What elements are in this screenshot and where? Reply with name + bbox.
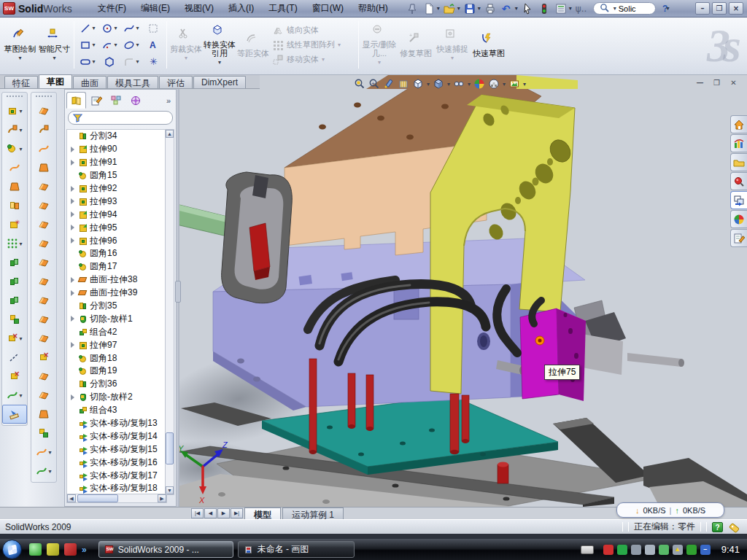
tree-item[interactable]: 拉伸92 — [69, 182, 166, 195]
boundary-surface-button[interactable] — [31, 177, 56, 196]
tree-item[interactable]: 分割36 — [69, 378, 166, 391]
tree-item[interactable]: 圆角18 — [69, 351, 166, 365]
trim-surface-button[interactable] — [31, 291, 56, 310]
fm-tab-dimxpertmanager[interactable] — [125, 92, 145, 109]
scroll-thumb[interactable] — [166, 432, 174, 464]
ribbon-point-button[interactable]: ✳ — [142, 55, 164, 69]
ribbon-快速草图-button[interactable]: 快速草图 — [471, 20, 507, 70]
ribbon-ellipse-button[interactable]: ▾ — [120, 39, 142, 52]
scroll-left-arrow[interactable]: ◀ — [67, 494, 76, 502]
toolbar-grip[interactable] — [7, 96, 23, 99]
tree-vertical-scrollbar[interactable]: ▲ ▼ — [165, 129, 174, 495]
tab-特征[interactable]: 特征 — [4, 76, 38, 88]
extruded-surface-button[interactable] — [31, 101, 56, 120]
fillet-button[interactable]: ▾ — [2, 139, 27, 158]
delete-face-button[interactable]: × — [31, 348, 56, 367]
hole-wizard-button[interactable]: ✳ — [2, 215, 27, 234]
ribbon-sketch-fillet-button[interactable]: ▾ — [120, 55, 142, 69]
rib-button[interactable] — [2, 253, 27, 272]
tree-item[interactable]: 分割35 — [69, 300, 166, 313]
extend-surface-button[interactable] — [31, 310, 56, 329]
taskpane-file-explorer-button[interactable] — [730, 153, 747, 171]
zoom-fit-button[interactable] — [353, 77, 366, 90]
offset-surface-button[interactable] — [31, 234, 56, 253]
ribbon-slot-button[interactable]: ▾ — [77, 55, 98, 69]
print-button[interactable] — [483, 1, 498, 15]
tree-item[interactable]: 拉伸96 — [69, 234, 166, 247]
menu-窗口(W)[interactable]: 窗口(W) — [306, 0, 350, 17]
menu-工具(T)[interactable]: 工具(T) — [262, 0, 303, 17]
taskbar-clock[interactable]: 9:41 — [721, 544, 747, 555]
expand-arrow-icon[interactable] — [70, 160, 76, 166]
extruded-boss-button[interactable]: ▾ — [2, 101, 27, 120]
expand-arrow-icon[interactable] — [70, 277, 76, 283]
taskpane-custom-properties-button[interactable] — [730, 229, 747, 247]
zoom-area-button[interactable]: + — [368, 77, 381, 90]
tree-item[interactable]: 圆角15 — [69, 169, 166, 182]
tree-filter-box[interactable] — [68, 111, 173, 125]
input-indicator-button[interactable]: ψ.. — [574, 1, 589, 15]
doc-tab-模型[interactable]: 模型 — [244, 508, 281, 519]
menu-插入(I)[interactable]: 插入(I) — [222, 0, 260, 17]
ribbon-sketch-text-button[interactable]: A — [142, 39, 164, 52]
start-button[interactable] — [2, 540, 22, 559]
tray-network-warning-icon[interactable]: ▲ — [673, 545, 683, 555]
tray-shield-green-icon[interactable] — [617, 545, 627, 555]
expand-arrow-icon[interactable] — [70, 290, 76, 296]
taskpane-home-button[interactable] — [730, 115, 747, 133]
doc-minimize-button[interactable]: — — [693, 78, 707, 89]
mirror-feature-button[interactable] — [2, 291, 27, 310]
taskbutton-SolidWorks 2009 - ...[interactable]: SWSolidWorks 2009 - ... — [98, 541, 233, 558]
replace-face-button[interactable] — [31, 367, 56, 386]
ribbon-rectangle-button[interactable]: ▾ — [77, 39, 98, 52]
ribbon-selection-box-button[interactable] — [142, 22, 164, 35]
ribbon-镜向实体-button[interactable]: 镜向实体 — [270, 24, 356, 37]
clamp-insert[interactable] — [222, 172, 293, 303]
tree-item[interactable]: 拉伸94 — [69, 208, 166, 221]
help-button[interactable]: ?▾ — [659, 1, 673, 15]
network-speed-widget[interactable]: ↓ 0KB/S | ↑ 0KB/S — [616, 502, 724, 518]
ribbon-快速捕捉-button[interactable]: 快速捕捉▾ — [434, 20, 471, 70]
taskpane-design-library-button[interactable] — [730, 134, 747, 152]
move-surface-button[interactable] — [31, 424, 56, 443]
menu-文件(F)[interactable]: 文件(F) — [91, 0, 133, 17]
pin-button[interactable] — [405, 1, 419, 15]
ribbon-线性草图阵列-button[interactable]: 线性草图阵列▾ — [270, 39, 356, 52]
tree-item[interactable]: 实体-移动/复制13 — [69, 417, 166, 430]
fm-overflow-button[interactable]: » — [163, 96, 174, 105]
doc-restore-button[interactable]: ❐ — [710, 78, 724, 89]
revolved-boss-button[interactable]: ▾ — [2, 120, 27, 139]
taskpane-appearances-button[interactable] — [730, 210, 747, 228]
taskbutton-未命名 - 画图[interactable]: 未命名 - 画图 — [238, 541, 355, 558]
tray-update-gray-icon[interactable] — [631, 545, 641, 555]
spline-on-surface-button[interactable]: ▾ — [31, 462, 56, 481]
tab-草图[interactable]: 草图 — [39, 74, 72, 88]
messenger-icon[interactable] — [29, 543, 42, 556]
tray-security-red-icon[interactable] — [603, 545, 614, 555]
tree-item[interactable]: 拉伸95 — [69, 221, 166, 234]
ribbon-移动实体-button[interactable]: 移动实体▾ — [270, 53, 356, 66]
menu-编辑(E)[interactable]: 编辑(E) — [134, 0, 177, 17]
tree-item[interactable]: 实体-移动/复制14 — [69, 429, 166, 443]
tag-icon[interactable] — [728, 521, 740, 533]
fm-tab-featuremanager[interactable] — [66, 92, 86, 109]
filled-surface-button[interactable] — [31, 196, 56, 215]
helix-button[interactable]: ▾ — [2, 386, 27, 405]
quicklaunch-overflow[interactable]: » — [82, 545, 87, 555]
close-button[interactable]: × — [729, 2, 743, 15]
tree-item[interactable]: 圆角17 — [69, 260, 166, 273]
tab-模具工具[interactable]: 模具工具 — [107, 76, 158, 88]
linear-pattern-button[interactable]: ▾ — [2, 234, 27, 253]
scroll-thumb[interactable] — [77, 494, 118, 502]
move-body-button[interactable] — [2, 310, 27, 329]
thicken-button[interactable] — [31, 405, 56, 424]
instant3d-button[interactable] — [2, 405, 27, 424]
graphics-viewport[interactable]: Y Z X — [177, 89, 747, 507]
delete-body-button[interactable]: ×▾ — [2, 329, 27, 348]
swept-surface-button[interactable] — [31, 139, 56, 158]
expand-arrow-icon[interactable] — [70, 211, 76, 217]
ribbon-等距实体-button[interactable]: 等距实体 — [236, 20, 270, 70]
select-cursor-button[interactable] — [520, 1, 535, 15]
curve-button[interactable]: × — [2, 367, 27, 386]
tree-item[interactable]: 拉伸97 — [69, 338, 166, 351]
